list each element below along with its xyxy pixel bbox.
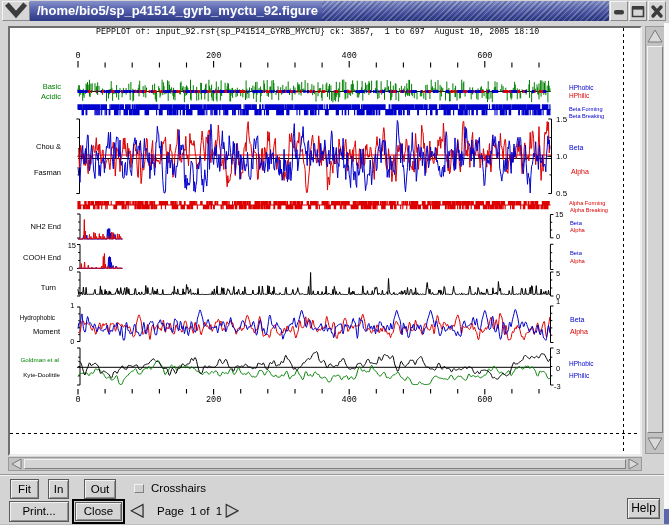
svg-text:600: 600 [477, 395, 492, 405]
svg-text:0.5: 0.5 [556, 189, 568, 198]
svg-text:Alpha: Alpha [570, 258, 586, 264]
svg-text:5: 5 [556, 269, 560, 278]
svg-text:NH2 End: NH2 End [31, 222, 61, 231]
svg-text:Beta: Beta [570, 250, 583, 256]
svg-text:Beta Breaking: Beta Breaking [569, 113, 604, 119]
svg-text:15: 15 [555, 210, 563, 219]
svg-text:1: 1 [70, 301, 74, 310]
svg-text:3: 3 [556, 347, 560, 356]
svg-text:Alpha: Alpha [570, 227, 586, 233]
svg-text:0: 0 [556, 232, 560, 241]
svg-text:Beta: Beta [569, 144, 584, 151]
svg-text:HPhobic: HPhobic [569, 360, 594, 367]
svg-text:Beta: Beta [570, 316, 585, 323]
svg-text:1.5: 1.5 [556, 115, 568, 124]
svg-text:Acidic: Acidic [41, 92, 61, 101]
svg-text:400: 400 [342, 51, 357, 61]
svg-text:Alpha Breaking: Alpha Breaking [570, 207, 608, 213]
svg-text:COOH End: COOH End [23, 253, 61, 262]
svg-text:0: 0 [75, 51, 80, 61]
svg-text:HPhobic: HPhobic [569, 84, 594, 91]
svg-text:200: 200 [206, 395, 221, 405]
svg-text:Kyte-Doolittle: Kyte-Doolittle [23, 371, 60, 378]
svg-text:PEPPLOT of: input_92.rsf{sp_P4: PEPPLOT of: input_92.rsf{sp_P41514_GYRB_… [96, 28, 539, 36]
svg-text:1.0: 1.0 [556, 152, 568, 161]
svg-text:Beta: Beta [570, 220, 583, 226]
svg-text:1: 1 [556, 297, 560, 306]
svg-text:Basic: Basic [43, 82, 62, 91]
svg-text:Alpha: Alpha [570, 328, 588, 336]
svg-text:0: 0 [69, 264, 73, 273]
svg-text:200: 200 [206, 51, 221, 61]
svg-text:0: 0 [70, 337, 74, 346]
svg-text:0: 0 [556, 364, 560, 373]
svg-text:Alpha Forming: Alpha Forming [569, 200, 605, 206]
svg-text:600: 600 [477, 51, 492, 61]
svg-text:Hydrophobic: Hydrophobic [20, 314, 55, 322]
svg-text:Alpha: Alpha [571, 168, 589, 176]
svg-text:400: 400 [342, 395, 357, 405]
svg-text:15: 15 [68, 241, 76, 250]
svg-text:-3: -3 [554, 382, 561, 391]
svg-text:0: 0 [75, 395, 80, 405]
svg-text:Beta Forming: Beta Forming [569, 106, 603, 112]
svg-text:HPhilic: HPhilic [569, 372, 590, 379]
svg-text:HPhilic: HPhilic [569, 92, 590, 99]
svg-text:Fasman: Fasman [34, 168, 61, 177]
svg-text:Turn: Turn [41, 283, 56, 292]
svg-text:Goldman et al: Goldman et al [20, 356, 59, 363]
svg-text:Moment: Moment [33, 327, 61, 336]
svg-text:Chou &: Chou & [36, 142, 61, 151]
